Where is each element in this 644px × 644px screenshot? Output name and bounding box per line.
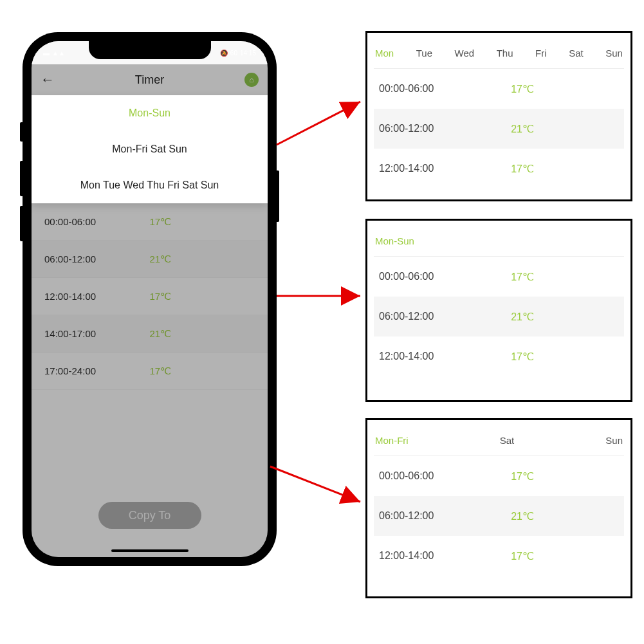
schedule-row[interactable]: 12:00-14:00 17℃: [32, 278, 268, 315]
schedule-row[interactable]: 12:00-14:00 17℃: [374, 536, 624, 576]
temperature: 17℃: [150, 216, 172, 228]
arrow-icon: [277, 102, 360, 145]
home-indicator: [111, 549, 189, 552]
home-icon[interactable]: ⌂: [244, 73, 259, 87]
time-range: 06:00-12:00: [379, 311, 511, 322]
power-button: [275, 170, 279, 222]
time-range: 00:00-06:00: [44, 216, 150, 227]
clock-text: 14:15: [240, 50, 256, 57]
tab-mon-sun[interactable]: Mon-Sun: [375, 235, 414, 246]
phone-screen: ▬ ▲▲ 🔕 60 14:15 ← Timer ⌂ Mon-Sun Mon-Fr…: [32, 41, 268, 557]
time-range: 06:00-12:00: [44, 253, 150, 264]
schedule-row[interactable]: 06:00-12:00 21℃: [374, 109, 624, 149]
tab-thu[interactable]: Thu: [497, 48, 513, 59]
time-range: 14:00-17:00: [44, 328, 150, 339]
silent-icon: 🔕: [220, 50, 228, 57]
schedule-row[interactable]: 00:00-06:00 17℃: [374, 257, 624, 297]
time-range: 12:00-14:00: [379, 163, 511, 174]
tab-sun[interactable]: Sun: [605, 435, 623, 446]
tab-sun[interactable]: Sun: [605, 48, 623, 59]
temperature: 17℃: [511, 83, 534, 95]
time-range: 00:00-06:00: [379, 271, 511, 282]
time-range: 06:00-12:00: [379, 510, 511, 522]
temperature: 21℃: [150, 328, 172, 340]
time-range: 12:00-14:00: [379, 550, 511, 562]
schedule-row[interactable]: 06:00-12:00 21℃: [32, 241, 268, 278]
tab-mon[interactable]: Mon: [375, 48, 394, 59]
battery-icon: 60: [230, 50, 237, 57]
mode-dropdown: Mon-Sun Mon-Fri Sat Sun Mon Tue Wed Thu …: [32, 95, 268, 203]
tab-tue[interactable]: Tue: [416, 48, 432, 59]
time-range: 17:00-24:00: [44, 365, 150, 376]
schedule-row[interactable]: 00:00-06:00 17℃: [32, 203, 268, 241]
time-range: 12:00-14:00: [379, 351, 511, 362]
signal-icon: ▲▲: [52, 50, 65, 57]
phone-notch: [89, 41, 211, 59]
temperature: 17℃: [511, 271, 534, 283]
temperature: 17℃: [150, 291, 172, 302]
schedule-row[interactable]: 12:00-14:00 17℃: [374, 149, 624, 189]
volume-up-button: [20, 161, 24, 196]
temperature: 21℃: [150, 253, 172, 265]
arrow-icon: [270, 466, 360, 502]
tab-sat[interactable]: Sat: [569, 48, 584, 59]
tab-mon-fri[interactable]: Mon-Fri: [375, 435, 409, 446]
carrier-icon: ▬: [43, 50, 50, 57]
mode-option-individual-days[interactable]: Mon Tue Wed Thu Fri Sat Sun: [32, 167, 268, 203]
schedule-row[interactable]: 06:00-12:00 21℃: [374, 297, 624, 336]
panel-mon-sun: Mon-Sun 00:00-06:00 17℃ 06:00-12:00 21℃ …: [365, 219, 632, 402]
time-range: 00:00-06:00: [379, 83, 511, 95]
schedule-row[interactable]: 06:00-12:00 21℃: [374, 496, 624, 536]
time-range: 06:00-12:00: [379, 123, 511, 134]
time-range: 00:00-06:00: [379, 470, 511, 482]
panel-individual-days: Mon Tue Wed Thu Fri Sat Sun 00:00-06:00 …: [365, 31, 632, 201]
day-tabs: Mon-Sun: [374, 226, 624, 257]
page-title: Timer: [55, 73, 244, 87]
temperature: 17℃: [511, 470, 534, 483]
temperature: 17℃: [150, 365, 172, 377]
temperature: 21℃: [511, 311, 534, 323]
time-range: 12:00-14:00: [44, 291, 150, 302]
tab-sat[interactable]: Sat: [500, 435, 515, 446]
mode-option-monfri-sat-sun[interactable]: Mon-Fri Sat Sun: [32, 131, 268, 167]
temperature: 17℃: [511, 550, 534, 562]
schedule-row[interactable]: 12:00-14:00 17℃: [374, 336, 624, 376]
phone-frame: ▬ ▲▲ 🔕 60 14:15 ← Timer ⌂ Mon-Sun Mon-Fr…: [23, 32, 277, 566]
temperature: 21℃: [511, 123, 534, 135]
panel-monfri-sat-sun: Mon-Fri Sat Sun 00:00-06:00 17℃ 06:00-12…: [365, 418, 632, 598]
volume-mute-button: [20, 122, 24, 142]
mode-option-mon-sun[interactable]: Mon-Sun: [32, 95, 268, 131]
schedule-row[interactable]: 00:00-06:00 17℃: [374, 69, 624, 109]
back-icon[interactable]: ←: [41, 71, 55, 88]
schedule-row[interactable]: 17:00-24:00 17℃: [32, 353, 268, 390]
schedule-row[interactable]: 14:00-17:00 21℃: [32, 315, 268, 353]
tab-fri[interactable]: Fri: [535, 48, 547, 59]
temperature: 17℃: [511, 163, 534, 175]
temperature: 21℃: [511, 510, 534, 522]
day-tabs: Mon Tue Wed Thu Fri Sat Sun: [374, 38, 624, 69]
temperature: 17℃: [511, 351, 534, 363]
page-header: ← Timer ⌂: [32, 64, 268, 95]
day-tabs: Mon-Fri Sat Sun: [374, 425, 624, 456]
tab-wed[interactable]: Wed: [455, 48, 475, 59]
copy-to-button[interactable]: Copy To: [98, 502, 201, 529]
schedule-list: 00:00-06:00 17℃ 06:00-12:00 21℃ 12:00-14…: [32, 203, 268, 390]
schedule-row[interactable]: 00:00-06:00 17℃: [374, 456, 624, 496]
volume-down-button: [20, 206, 24, 241]
